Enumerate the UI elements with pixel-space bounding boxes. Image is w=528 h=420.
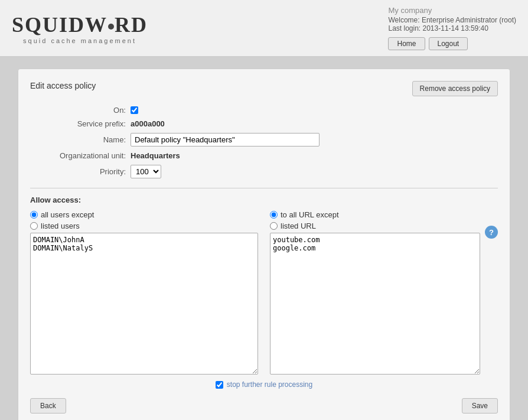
allow-access-title: Allow access:: [30, 196, 498, 204]
stop-label: stop further rule processing: [227, 380, 312, 389]
org-unit-row: Organizational unit: Headquarters: [30, 151, 498, 160]
back-button[interactable]: Back: [30, 398, 66, 414]
remove-access-policy-button[interactable]: Remove access policy: [412, 81, 498, 96]
priority-select[interactable]: 100 200 50 10: [131, 165, 161, 178]
urls-column: to all URL except listed URL: [270, 210, 480, 375]
all-url-radio[interactable]: [270, 211, 278, 219]
users-textarea[interactable]: [30, 233, 258, 375]
logo-subtitle: squid cache management: [23, 37, 136, 44]
save-button[interactable]: Save: [462, 398, 498, 414]
top-bar: Edit access policy Remove access policy: [30, 81, 498, 96]
last-login: Last login: 2013-11-14 13:59:40: [388, 24, 488, 32]
users-column: all users except listed users: [30, 210, 258, 375]
nav-buttons: Home Logout: [388, 37, 468, 50]
logout-button[interactable]: Logout: [429, 37, 468, 50]
welcome-text: Welcome: Enterprise Administrator (root): [388, 16, 516, 24]
company-name: My company: [388, 6, 432, 15]
listed-users-label: listed users: [41, 222, 80, 230]
listed-url-label: listed URL: [281, 222, 316, 230]
section-divider: [30, 188, 498, 188]
service-prefix-value: a000a000: [131, 119, 165, 128]
section-title: Edit access policy: [30, 81, 96, 90]
allow-access-section: Allow access: all users except listed us…: [30, 196, 498, 389]
priority-label: Priority:: [30, 167, 131, 176]
logo-area: SQUIDW RD squid cache management: [12, 12, 148, 44]
stop-checkbox[interactable]: [216, 381, 223, 389]
bottom-bar: Back Save: [30, 398, 498, 414]
name-row: Name:: [30, 133, 498, 146]
on-field-row: On:: [30, 106, 498, 115]
on-checkbox[interactable]: [131, 106, 138, 114]
all-users-radio[interactable]: [30, 211, 38, 219]
service-prefix-label: Service prefix:: [30, 119, 131, 128]
org-unit-value: Headquarters: [131, 151, 180, 160]
all-url-radio-row: to all URL except: [270, 210, 480, 219]
main-wrapper: Edit access policy Remove access policy …: [0, 57, 528, 420]
form-fields: On: Service prefix: a000a000 Name: Organ…: [30, 106, 498, 178]
home-button[interactable]: Home: [388, 37, 425, 50]
listed-url-radio-row: listed URL: [270, 222, 480, 230]
listed-users-radio[interactable]: [30, 222, 38, 230]
on-label: On:: [30, 106, 131, 115]
service-prefix-row: Service prefix: a000a000: [30, 119, 498, 128]
org-unit-label: Organizational unit:: [30, 151, 131, 160]
listed-url-radio[interactable]: [270, 222, 278, 230]
logo: SQUIDW RD: [12, 12, 148, 37]
all-url-label: to all URL except: [281, 210, 339, 219]
name-input[interactable]: [131, 133, 320, 146]
priority-row: Priority: 100 200 50 10: [30, 165, 498, 178]
urls-textarea[interactable]: [270, 233, 480, 375]
name-label: Name:: [30, 135, 131, 144]
stop-row: stop further rule processing: [30, 380, 498, 389]
allow-columns: all users except listed users to all URL…: [30, 210, 498, 375]
all-users-label: all users except: [41, 210, 94, 219]
all-users-radio-row: all users except: [30, 210, 258, 219]
content-box: Edit access policy Remove access policy …: [18, 69, 510, 420]
help-icon[interactable]: ?: [485, 226, 498, 239]
listed-users-radio-row: listed users: [30, 222, 258, 230]
urls-column-wrap: to all URL except listed URL ?: [270, 210, 498, 375]
header: SQUIDW RD squid cache management My comp…: [0, 0, 528, 57]
